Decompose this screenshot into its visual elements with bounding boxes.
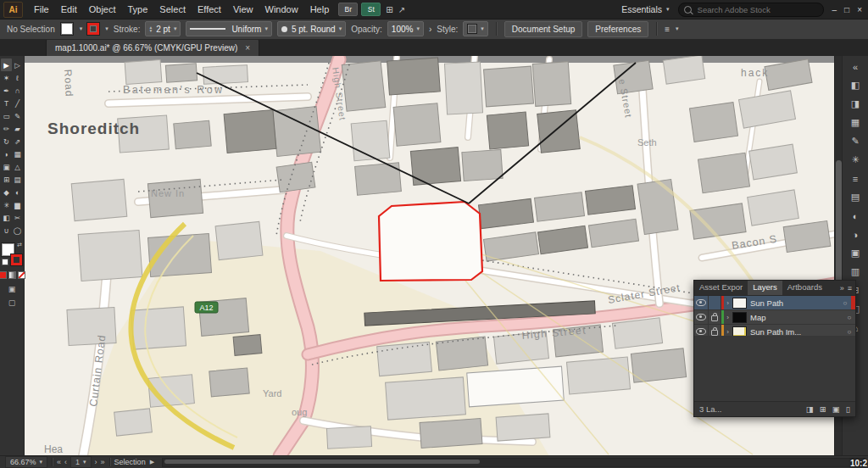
color-mode-button[interactable] <box>0 271 7 279</box>
menu-object[interactable]: Object <box>83 4 122 14</box>
appearance-panel-icon[interactable]: ◑ <box>845 226 865 243</box>
menu-file[interactable]: File <box>28 4 55 14</box>
search-input[interactable] <box>696 4 801 15</box>
menu-select[interactable]: Select <box>153 4 192 14</box>
stroke-swatch[interactable] <box>11 254 22 265</box>
symbols-panel-icon[interactable]: ✳ <box>845 151 865 169</box>
preferences-button[interactable]: Preferences <box>587 21 648 37</box>
menu-type[interactable]: Type <box>122 4 154 14</box>
zoom-control[interactable]: 66.67% ▾ <box>5 456 47 468</box>
tab-artboards[interactable]: Artboards <box>782 281 827 295</box>
layer-row-map[interactable]: › Map ○ <box>694 310 855 325</box>
panel-menu-icon[interactable]: ≡ <box>665 25 670 34</box>
horizontal-scrollbar-thumb[interactable] <box>164 460 480 464</box>
gradient-panel-icon[interactable]: ▤ <box>845 188 865 206</box>
zoom-tool[interactable]: ◯ <box>12 224 23 237</box>
panel-menu-icon[interactable]: ≡ <box>848 284 852 292</box>
rotate-tool[interactable]: ↻ <box>1 135 12 148</box>
disclosure-icon[interactable]: › <box>724 314 732 321</box>
pencil-tool[interactable]: ✏ <box>1 122 12 135</box>
stepper-icon[interactable]: ▴▾ <box>149 25 152 32</box>
layers-panel-icon[interactable]: ▥ <box>845 263 865 281</box>
disclosure-icon[interactable]: › <box>724 328 732 336</box>
eyedropper-tool[interactable]: ◆ <box>1 186 12 198</box>
chevron-down-icon[interactable]: ▾ <box>174 25 177 32</box>
new-layer-icon[interactable]: ▣ <box>832 404 840 414</box>
layer-name[interactable]: Map <box>750 313 843 322</box>
brush-definition[interactable]: 5 pt. Round ▾ <box>277 21 346 36</box>
lock-toggle[interactable] <box>709 296 721 309</box>
chevron-down-icon[interactable]: ▾ <box>264 25 268 32</box>
swap-fill-stroke-icon[interactable]: ⇄ <box>17 242 22 248</box>
layer-name[interactable]: Sun Path <box>750 298 839 308</box>
scale-tool[interactable]: ⇗ <box>12 135 23 148</box>
rectangle-tool[interactable]: ▭ <box>1 109 12 122</box>
site-outline-polygon[interactable] <box>379 202 482 281</box>
artboard-navigation[interactable]: 1 ▾ <box>70 456 92 468</box>
stock-search[interactable] <box>678 3 824 17</box>
graphic-styles-panel-icon[interactable]: ▣ <box>845 244 865 262</box>
slice-tool[interactable]: ✂ <box>12 211 23 224</box>
chevron-down-icon[interactable]: ▾ <box>339 25 342 32</box>
bridge-button[interactable]: Br <box>338 3 358 16</box>
perspective-grid-tool[interactable]: △ <box>12 160 23 173</box>
selection-tool[interactable]: ▶ <box>1 58 12 71</box>
screen-mode-button[interactable]: ▢ <box>8 298 16 307</box>
tab-asset-export[interactable]: Asset Expor <box>694 281 748 295</box>
pen-tool[interactable]: ✒ <box>1 84 12 97</box>
mesh-tool[interactable]: ⊞ <box>1 173 12 186</box>
gradient-tool[interactable]: ▤ <box>12 173 23 186</box>
next-artboard-button[interactable]: › <box>95 458 97 466</box>
style-field[interactable]: ▾ <box>463 21 488 36</box>
first-artboard-button[interactable]: « <box>57 458 61 466</box>
stroke-color-swatch[interactable] <box>87 23 99 35</box>
layer-thumbnail[interactable] <box>732 298 747 309</box>
restore-button[interactable]: □ <box>844 5 849 14</box>
chevron-down-icon[interactable]: ▾ <box>416 25 420 32</box>
lasso-tool[interactable]: ℓ <box>12 71 23 84</box>
color-panel-icon[interactable]: ◧ <box>845 76 865 94</box>
variable-width-profile[interactable]: Uniform ▾ <box>186 21 272 36</box>
eraser-tool[interactable]: ▰ <box>12 122 23 135</box>
line-segment-tool[interactable]: ╱ <box>12 97 23 109</box>
target-icon[interactable]: ○ <box>843 314 855 321</box>
direct-selection-tool[interactable]: ▷ <box>12 58 23 71</box>
stock-button[interactable]: St <box>361 3 381 16</box>
artboard-tool[interactable]: ◧ <box>1 211 12 224</box>
default-fill-stroke-icon[interactable] <box>2 259 8 265</box>
stroke-caret-icon[interactable]: ▾ <box>105 25 108 32</box>
chevron-down-icon[interactable]: ▾ <box>676 25 679 32</box>
disclosure-icon[interactable]: › <box>724 299 732 307</box>
tab-layers[interactable]: Layers <box>748 281 782 295</box>
visibility-toggle[interactable] <box>694 296 709 309</box>
menu-edit[interactable]: Edit <box>55 4 83 14</box>
status-expand-icon[interactable]: ▶ <box>150 459 154 465</box>
vertical-scrollbar-thumb[interactable] <box>836 160 842 296</box>
close-button[interactable]: × <box>857 5 862 14</box>
paintbrush-tool[interactable]: ✎ <box>12 109 23 122</box>
chevron-down-icon[interactable]: ▾ <box>83 459 86 465</box>
stroke-panel-icon[interactable]: ≡ <box>845 170 865 187</box>
draw-mode-button[interactable]: ▣ <box>8 285 16 293</box>
panel-expand-icon[interactable]: » <box>840 284 844 292</box>
menu-window[interactable]: Window <box>259 4 304 14</box>
opacity-panel-chevron[interactable]: › <box>429 25 431 34</box>
lock-toggle[interactable] <box>709 310 721 324</box>
collapse-panels-icon[interactable]: « <box>845 58 865 75</box>
chevron-down-icon[interactable]: ▾ <box>40 459 43 465</box>
new-sublayer-icon[interactable]: ⊞ <box>820 404 826 414</box>
menu-effect[interactable]: Effect <box>192 4 227 14</box>
document-tab[interactable]: map1.1000.ai* @ 66.67% (CMYK/GPU Preview… <box>46 39 259 56</box>
symbol-sprayer-tool[interactable]: ✳ <box>1 198 12 211</box>
width-tool[interactable]: ◗ <box>1 148 12 160</box>
stroke-weight-field[interactable]: ▴▾ 2 pt ▾ <box>145 21 181 36</box>
layer-thumbnail[interactable] <box>732 312 747 323</box>
fill-caret-icon[interactable]: ▾ <box>80 25 83 32</box>
swatches-panel-icon[interactable]: ▦ <box>845 114 865 131</box>
tab-close-icon[interactable]: × <box>245 43 250 53</box>
transparency-panel-icon[interactable]: ◐ <box>845 207 865 225</box>
column-graph-tool[interactable]: ▆ <box>12 198 23 211</box>
target-icon[interactable]: ○ <box>843 328 855 336</box>
fill-color-swatch[interactable] <box>60 22 74 36</box>
color-guide-panel-icon[interactable]: ◨ <box>845 95 865 113</box>
